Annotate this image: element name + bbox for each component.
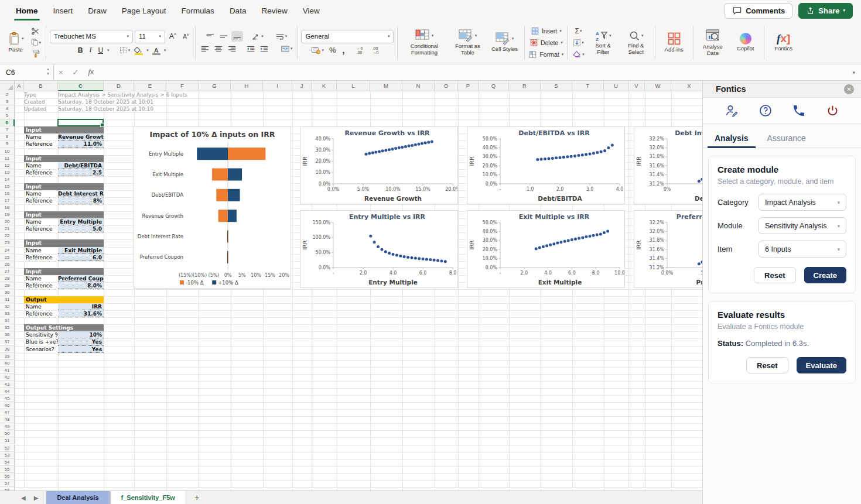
panel-close-button[interactable]: ✕ — [844, 84, 854, 94]
row-header-6[interactable]: 6 — [0, 119, 15, 126]
ribbon-tab-draw[interactable]: Draw — [80, 1, 114, 20]
ribbon-tab-review[interactable]: Review — [254, 1, 295, 20]
selected-cell-C6[interactable] — [57, 119, 104, 126]
column-header-S[interactable]: S — [541, 81, 572, 91]
row-header-3[interactable]: 3 — [0, 98, 15, 105]
cell-C3[interactable]: Saturday, 18 October 2025 at 10:01 — [58, 98, 304, 105]
row-header-34[interactable]: 34 — [0, 317, 15, 324]
row-header-42[interactable]: 42 — [0, 374, 15, 381]
cancel-entry-button[interactable]: × — [54, 68, 68, 77]
row-header-27[interactable]: 27 — [0, 268, 15, 275]
column-header-P[interactable]: P — [458, 81, 479, 91]
column-header-B[interactable]: B — [24, 81, 58, 91]
cell-B13[interactable]: Reference — [24, 169, 58, 176]
percent-style-button[interactable]: % — [327, 45, 339, 56]
add-ins-button[interactable]: Add-ins — [659, 30, 689, 54]
block-header-B11[interactable]: Input — [24, 155, 104, 162]
row-header-16[interactable]: 16 — [0, 190, 15, 197]
row-header-49[interactable]: 49 — [0, 423, 15, 430]
row-header-45[interactable]: 45 — [0, 395, 15, 402]
delete-cells-button[interactable]: Delete▾ — [529, 37, 563, 48]
cell-C38[interactable]: Yes — [58, 346, 104, 353]
name-box-stepper[interactable]: ▲▼ — [46, 67, 50, 77]
cell-B25[interactable]: Reference — [24, 254, 58, 261]
row-header-28[interactable]: 28 — [0, 275, 15, 282]
cell-B16[interactable]: Name — [24, 190, 58, 197]
wrap-text-button[interactable]: ▾ — [274, 31, 289, 42]
column-header-D[interactable]: D — [104, 81, 134, 91]
row-header-18[interactable]: 18 — [0, 204, 15, 211]
prev-sheet-arrow[interactable]: ◀ — [21, 495, 26, 501]
cell-C25[interactable]: 6.0 — [58, 254, 104, 261]
profile-button[interactable] — [723, 105, 740, 116]
increase-decimal-button[interactable]: ←0.00 — [355, 45, 369, 56]
block-header-B7[interactable]: Input — [24, 126, 104, 133]
row-header-21[interactable]: 21 — [0, 225, 15, 232]
find-select-button[interactable]: ▾ Find & Select — [621, 29, 651, 56]
align-right-button[interactable] — [226, 43, 238, 54]
tab-analysis[interactable]: Analysis — [708, 131, 756, 148]
cell-C37[interactable]: Yes — [58, 338, 104, 345]
column-header-A[interactable]: A — [15, 81, 24, 91]
row-header-40[interactable]: 40 — [0, 360, 15, 367]
row-header-37[interactable]: 37 — [0, 338, 15, 345]
column-header-N[interactable]: N — [402, 81, 435, 91]
ribbon-tab-insert[interactable]: Insert — [46, 1, 81, 20]
cell-C29[interactable]: 8.0% — [58, 282, 104, 289]
ribbon-tab-page-layout[interactable]: Page Layout — [114, 1, 174, 20]
cell-C36[interactable]: 10% — [58, 331, 104, 338]
insert-function-button[interactable]: fx — [84, 68, 99, 77]
column-header-V[interactable]: V — [628, 81, 645, 91]
cell-C33[interactable]: 31.6% — [58, 310, 104, 317]
sheet-grid[interactable]: 2345678910111213141516171819202122232425… — [0, 91, 702, 491]
name-box[interactable]: C6 ▲▼ — [0, 64, 54, 80]
row-header-15[interactable]: 15 — [0, 183, 15, 190]
row-header-23[interactable]: 23 — [0, 239, 15, 246]
decrease-decimal-button[interactable]: .00→0 — [371, 45, 385, 56]
cell-B8[interactable]: Name — [24, 133, 58, 140]
column-header-C[interactable]: C — [58, 81, 104, 91]
column-header-J[interactable]: J — [292, 81, 312, 91]
row-header-29[interactable]: 29 — [0, 282, 15, 289]
number-format-select[interactable]: General▾ — [301, 30, 394, 43]
create-button[interactable]: Create — [804, 267, 846, 283]
fill-color-button[interactable] — [133, 45, 145, 56]
cell-B17[interactable]: Reference — [24, 197, 58, 204]
cell-B37[interactable]: Blue is +ve? — [24, 338, 58, 345]
comma-style-button[interactable]: , — [340, 45, 347, 56]
cell-C9[interactable]: 11.0% — [58, 140, 104, 148]
column-header-W[interactable]: W — [645, 81, 671, 91]
row-header-54[interactable]: 54 — [0, 459, 15, 466]
cell-B20[interactable]: Name — [24, 218, 58, 225]
row-header-17[interactable]: 17 — [0, 197, 15, 204]
comments-button[interactable]: Comments — [725, 3, 792, 19]
row-header-22[interactable]: 22 — [0, 232, 15, 239]
cell-C16[interactable]: Debt Interest Rate — [58, 190, 104, 197]
row-header-41[interactable]: 41 — [0, 367, 15, 374]
column-header-G[interactable]: G — [199, 81, 231, 91]
decrease-font-button[interactable]: A˅ — [180, 31, 192, 42]
block-header-B27[interactable]: Input — [24, 268, 104, 275]
row-header-9[interactable]: 9 — [0, 140, 15, 148]
row-header-26[interactable]: 26 — [0, 261, 15, 268]
cell-B12[interactable]: Name — [24, 162, 58, 169]
cell-B36[interactable]: Sensitivity % — [24, 331, 58, 338]
italic-button[interactable]: I — [87, 45, 94, 56]
row-header-47[interactable]: 47 — [0, 409, 15, 416]
confirm-entry-button[interactable]: ✓ — [68, 68, 84, 77]
column-header-O[interactable]: O — [435, 81, 458, 91]
add-sheet-button[interactable]: + — [186, 491, 207, 504]
increase-font-button[interactable]: A˄ — [167, 31, 179, 42]
cell-B2[interactable]: Type — [24, 91, 58, 98]
font-size-select[interactable]: 11▾ — [135, 30, 165, 43]
row-header-20[interactable]: 20 — [0, 218, 15, 225]
row-header-8[interactable]: 8 — [0, 133, 15, 140]
row-header-46[interactable]: 46 — [0, 402, 15, 409]
row-header-50[interactable]: 50 — [0, 430, 15, 437]
column-header-K[interactable]: K — [312, 81, 337, 91]
clear-button[interactable]: ▾ — [571, 49, 586, 60]
column-header-U[interactable]: U — [604, 81, 628, 91]
expand-formula-bar-icon[interactable]: ▾ — [852, 70, 861, 76]
cell-B29[interactable]: Reference — [24, 282, 58, 289]
conditional-formatting-button[interactable]: ▾ Conditional Formatting — [401, 28, 447, 57]
